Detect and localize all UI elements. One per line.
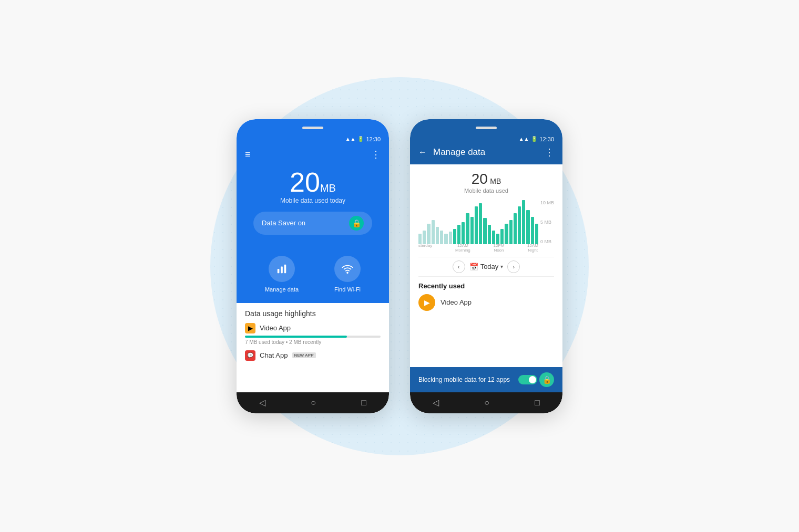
back-nav-button[interactable]: ◁: [259, 398, 265, 408]
chart-bar-8: [453, 229, 456, 244]
chart-bar-13: [475, 206, 478, 244]
next-date-button[interactable]: ›: [507, 260, 520, 273]
chart-bars: [418, 200, 538, 244]
phone-2-nav-bar: ◁ ○ □: [410, 392, 562, 413]
home-nav-button[interactable]: ○: [311, 398, 316, 408]
app-item-chat[interactable]: 💬 Chat App NEW APP: [245, 350, 381, 361]
find-wifi-action[interactable]: Find Wi-Fi: [334, 256, 361, 293]
chart-bar-12: [470, 217, 474, 244]
video-app-icon: ▶: [245, 323, 255, 333]
svg-rect-0: [278, 269, 280, 273]
blocking-lock-icon: 🔒: [539, 372, 554, 387]
blocking-banner[interactable]: Blocking mobile data for 12 apps 🔒: [410, 367, 562, 392]
phone-1-actions: Manage data Find Wi-Fi: [237, 247, 389, 303]
chart-bar-24: [522, 200, 525, 244]
chart-bar-14: [479, 203, 482, 244]
svg-rect-1: [281, 266, 283, 273]
chart-bar-17: [492, 231, 495, 244]
phone-2-status-bar: ▲▲ 🔋 12:30: [418, 136, 554, 142]
chart-bar-1: [423, 231, 426, 244]
new-app-badge: NEW APP: [292, 352, 316, 358]
video-app-stats: 7 MB used today • 2 MB recently: [245, 339, 381, 345]
date-label: Today: [480, 263, 499, 270]
chat-app-name: Chat App: [260, 351, 288, 359]
blocking-text: Blocking mobile data for 12 apps: [418, 376, 510, 383]
phone-2-back-icon[interactable]: ←: [418, 148, 427, 157]
data-saver-button[interactable]: Data Saver on 🔒: [253, 212, 372, 235]
data-amount: 20MB: [245, 169, 381, 196]
more-icon[interactable]: ⋮: [371, 149, 381, 160]
data-saver-label: Data Saver on: [262, 219, 305, 227]
date-nav: ‹ 📅 Today ▾ ›: [418, 257, 554, 277]
toggle-bar: [518, 375, 537, 384]
video-progress-fill: [245, 336, 347, 338]
phone-1-speaker: [302, 127, 323, 129]
phone-2-speaker: [476, 127, 497, 129]
chart-bar-7: [449, 232, 452, 244]
chart-x-labels: sterday 12AMMorning 12PMNoon 12AMNight: [418, 243, 538, 253]
chart-bar-4: [436, 227, 439, 244]
chart-bar-27: [535, 224, 538, 244]
phone-2-header: ▲▲ 🔋 12:30 ← Manage data ⋮: [410, 119, 562, 164]
prev-date-button[interactable]: ‹: [453, 260, 465, 273]
chart-bar-25: [526, 210, 529, 244]
chart-bar-23: [518, 206, 521, 244]
chart-bar-11: [466, 213, 469, 244]
chart-y-labels: 10 MB 5 MB 0 MB: [540, 200, 554, 244]
phone-2-more-icon[interactable]: ⋮: [545, 147, 554, 158]
manage-data-action[interactable]: Manage data: [265, 256, 299, 293]
blocking-toggle[interactable]: 🔒: [518, 372, 554, 387]
phone2-back-nav-button[interactable]: ◁: [433, 398, 439, 408]
x-label-morning: 12AMMorning: [455, 243, 470, 253]
phone2-video-app-row[interactable]: ▶ Video App: [418, 294, 554, 311]
chart-bar-5: [440, 231, 443, 244]
find-wifi-label: Find Wi-Fi: [334, 286, 361, 293]
phone-2-screen: ▲▲ 🔋 12:30 ← Manage data ⋮ 20 MB: [410, 119, 562, 413]
date-nav-label: 📅 Today ▾: [469, 263, 504, 271]
data-unit: MB: [320, 182, 336, 194]
chart-bar-2: [427, 224, 430, 244]
x-label-yesterday: sterday: [418, 243, 432, 253]
phone-2-top-nav: ← Manage data ⋮: [418, 147, 554, 158]
video-app-name: Video App: [260, 324, 291, 332]
scene: ▲▲ 🔋 12:30 ≡ ⋮ 20MB Mobile data used tod…: [110, 30, 689, 503]
phone2-video-app-icon: ▶: [418, 294, 435, 311]
phone-2-battery-icon: 🔋: [531, 136, 537, 142]
phone2-recents-nav-button[interactable]: □: [535, 398, 540, 408]
svg-rect-2: [284, 264, 286, 273]
y-label-0mb: 0 MB: [540, 239, 554, 244]
phone-1-screen: ▲▲ 🔋 12:30 ≡ ⋮ 20MB Mobile data used tod…: [237, 119, 389, 413]
hamburger-icon[interactable]: ≡: [245, 150, 251, 159]
phone-2-page-title: Manage data: [433, 147, 538, 158]
battery-icon: 🔋: [357, 136, 364, 142]
date-dropdown-icon[interactable]: ▾: [500, 264, 503, 269]
calendar-icon: 📅: [469, 263, 478, 271]
y-label-10mb: 10 MB: [540, 200, 554, 205]
chart-bar-10: [462, 222, 465, 244]
phone2-video-app-name: Video App: [441, 298, 472, 306]
find-wifi-icon: [334, 256, 361, 282]
phone-1: ▲▲ 🔋 12:30 ≡ ⋮ 20MB Mobile data used tod…: [237, 119, 389, 413]
chart-bar-26: [531, 217, 534, 244]
chart-bar-3: [432, 220, 435, 244]
chart-bar-15: [483, 218, 486, 244]
manage-data-icon: [269, 256, 295, 282]
phone-1-header: ▲▲ 🔋 12:30 ≡ ⋮ 20MB Mobile data used tod…: [237, 119, 389, 247]
status-time: 12:30: [366, 136, 381, 142]
phone2-home-nav-button[interactable]: ○: [484, 398, 489, 408]
app-item-video[interactable]: ▶ Video App 7 MB used today • 2 MB recen…: [245, 323, 381, 345]
chart-bar-16: [488, 225, 491, 244]
y-label-5mb: 5 MB: [540, 220, 554, 225]
summary-number: 20: [472, 171, 488, 187]
highlights-title: Data usage highlights: [245, 309, 381, 318]
x-label-noon: 12PMNoon: [493, 243, 504, 253]
recents-nav-button[interactable]: □: [361, 398, 366, 408]
manage-data-label: Manage data: [265, 286, 299, 293]
signal-icon: ▲▲: [345, 136, 356, 142]
phone-1-top-nav: ≡ ⋮: [245, 147, 381, 164]
phone-2-status-time: 12:30: [539, 136, 554, 142]
chart-bar-19: [500, 229, 504, 244]
recently-used-title: Recently used: [418, 282, 554, 290]
phone-1-body: Data usage highlights ▶ Video App 7 MB u…: [237, 303, 389, 392]
chart-bar-9: [457, 225, 460, 244]
